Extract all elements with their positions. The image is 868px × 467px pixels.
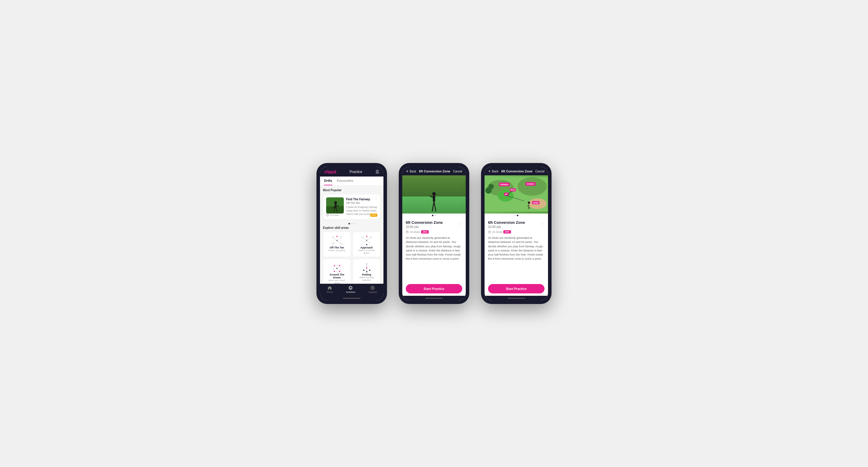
shots-clock-icon-2 <box>406 231 409 234</box>
skill-card-approach[interactable]: Approach Dial-in to hit the green <box>352 232 380 257</box>
drill-title-section-3: ♡ 6ft Conversion Zone 10-50 yds <box>488 220 545 229</box>
phone1-content: Most Popular <box>320 186 383 284</box>
menu-icon[interactable]: ☰ <box>375 169 379 174</box>
skill-card-ott[interactable]: Off The Tee Power accuracy <box>323 232 351 257</box>
drill-range-2: 10-50 yds <box>406 225 462 229</box>
shots-info: 10 shots <box>326 213 339 216</box>
phone-1: clippd Practice ☰ Drills Favourites Most… <box>316 163 387 304</box>
card-subtitle: Off The Tee <box>346 201 377 204</box>
home-indicator-3 <box>485 296 548 300</box>
svg-point-43 <box>369 270 370 271</box>
approach-name: Approach <box>360 246 373 249</box>
svg-point-64 <box>489 184 494 189</box>
svg-point-35 <box>334 271 335 272</box>
svg-rect-49 <box>433 196 435 201</box>
atg-icon <box>330 262 344 273</box>
ott-name: Off The Tee <box>330 246 344 249</box>
svg-line-26 <box>367 240 371 244</box>
svg-line-37 <box>334 266 337 268</box>
nav-activities[interactable]: Activities <box>346 286 355 293</box>
putting-icon <box>360 262 374 273</box>
card-title: Find The Fairway <box>346 197 377 201</box>
nav-home[interactable]: Home <box>327 286 333 293</box>
phone1-header: clippd Practice ☰ <box>320 167 383 176</box>
putting-desc: Make and lag practice <box>355 276 378 281</box>
start-practice-button-3[interactable]: Start Practice <box>488 284 545 293</box>
phone-2: Back 6ft Conversion Zone Cancel <box>399 163 469 304</box>
fav-icon-2[interactable]: ♡ <box>458 222 462 227</box>
back-chevron-icon <box>406 170 409 173</box>
detail-content-3: ♡ 6ft Conversion Zone 10-50 yds 20 shots… <box>485 218 548 282</box>
cancel-button-2[interactable]: Cancel <box>453 170 462 173</box>
featured-img <box>326 197 344 213</box>
drill-name-2: 6ft Conversion Zone <box>406 220 462 225</box>
svg-text:ROUGH: ROUGH <box>527 183 534 185</box>
clock-icon <box>326 213 329 216</box>
svg-text:FAIRWAY: FAIRWAY <box>500 184 509 186</box>
drill-shots-2: 20 shots ARG <box>406 230 462 234</box>
svg-point-48 <box>432 192 436 196</box>
ott-tag: OTT <box>370 213 377 217</box>
golf-map: FAIRWAY ROUGH Hit Miss SAND <box>485 175 548 213</box>
drill-title-section-2: ♡ 6ft Conversion Zone 10-50 yds <box>406 220 462 229</box>
drill-shots-3: 20 shots ARG <box>488 230 545 234</box>
skill-grid: Off The Tee Power accuracy <box>323 232 380 284</box>
img-dot-2-2 <box>435 215 436 216</box>
favourite-icon[interactable]: ♡ <box>375 197 378 201</box>
most-popular-label: Most Popular <box>323 189 380 192</box>
tab-drills[interactable]: Drills <box>324 176 332 185</box>
skill-card-putting[interactable]: Putting Make and lag practice <box>352 259 380 284</box>
tab-favourites[interactable]: Favourites <box>337 176 353 185</box>
home-bar-1 <box>343 298 361 299</box>
image-dots-2 <box>402 213 466 218</box>
ott-icon <box>330 235 344 246</box>
golf-map-svg: FAIRWAY ROUGH Hit Miss SAND <box>485 175 548 213</box>
skill-card-atg[interactable]: Around The Green Hone your short game <box>323 259 351 284</box>
back-button-2[interactable]: Back <box>406 170 416 173</box>
phone-3: Back 6ft Conversion Zone Cancel <box>481 163 552 304</box>
phone3-drill-title: 6ft Conversion Zone <box>498 169 535 173</box>
svg-line-52 <box>434 201 435 208</box>
back-label-2: Back <box>410 170 416 173</box>
home-indicator-1 <box>320 296 383 300</box>
approach-icon <box>360 235 374 246</box>
svg-line-38 <box>337 266 340 268</box>
nav-home-label: Home <box>327 291 333 293</box>
drill-range-3: 10-50 yds <box>488 225 545 229</box>
nav-activities-label: Activities <box>346 291 355 293</box>
home-bar-2 <box>425 298 443 299</box>
drill-shots-text-2: 20 shots <box>410 231 420 234</box>
nav-capture[interactable]: Capture <box>369 286 377 293</box>
dots-indicator <box>323 221 380 226</box>
home-icon <box>327 286 332 290</box>
practice-header-title: Practice <box>349 170 362 174</box>
tabs-bar: Drills Favourites <box>320 176 383 186</box>
img-dot-2-3 <box>517 215 518 216</box>
dot-1 <box>348 223 350 224</box>
svg-point-36 <box>339 271 340 272</box>
phones-container: clippd Practice ☰ Drills Favourites Most… <box>316 163 552 304</box>
svg-point-42 <box>363 270 364 271</box>
fav-icon-3[interactable]: ♡ <box>541 222 545 227</box>
drill-description-3: 20 shots are randomly generated at dista… <box>488 236 545 261</box>
golf-photo <box>402 175 466 213</box>
phone3-header: Back 6ft Conversion Zone Cancel <box>485 167 548 175</box>
svg-line-25 <box>363 240 367 244</box>
drill-name-3: 6ft Conversion Zone <box>488 220 545 225</box>
featured-card[interactable]: Find The Fairway Off The Tee Create an i… <box>323 194 380 220</box>
start-practice-button-2[interactable]: Start Practice <box>406 284 462 293</box>
nav-capture-label: Capture <box>369 291 377 293</box>
img-dot-1-3 <box>514 215 516 216</box>
svg-point-60 <box>518 177 547 196</box>
back-chevron-icon-3 <box>488 170 491 173</box>
shots-clock-icon-3 <box>488 231 491 234</box>
putting-name: Putting <box>362 273 371 276</box>
phone2-header: Back 6ft Conversion Zone Cancel <box>402 167 466 175</box>
svg-text:Miss: Miss <box>511 189 515 191</box>
phone2-drill-title: 6ft Conversion Zone <box>416 169 453 173</box>
drill-description-2: 20 shots are randomly generated at dista… <box>406 236 462 261</box>
golfer-photo-silhouette <box>428 192 440 212</box>
dot-2 <box>351 223 352 224</box>
back-button-3[interactable]: Back <box>488 170 498 173</box>
cancel-button-3[interactable]: Cancel <box>535 170 545 173</box>
